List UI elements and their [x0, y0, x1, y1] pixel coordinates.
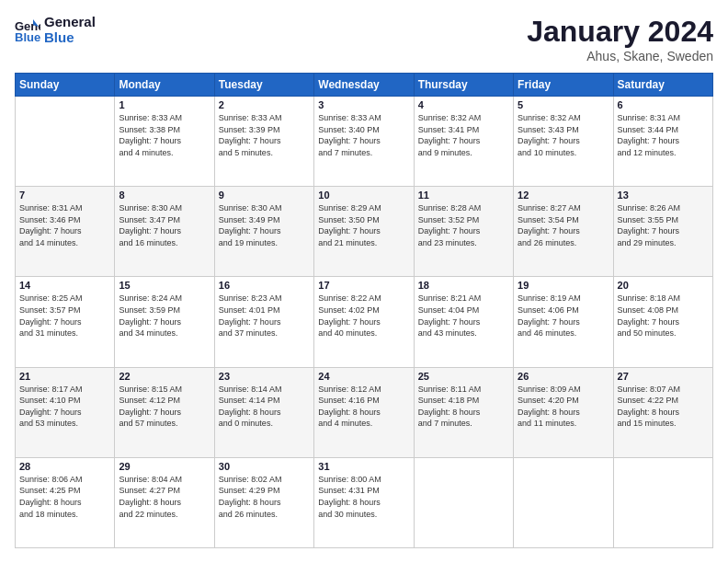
day-number: 25: [418, 371, 509, 382]
calendar-cell: [16, 97, 115, 187]
day-info: Sunrise: 8:30 AM Sunset: 3:49 PM Dayligh…: [219, 202, 310, 248]
day-number: 7: [19, 190, 110, 201]
day-info: Sunrise: 8:04 AM Sunset: 4:27 PM Dayligh…: [119, 474, 210, 520]
title-block: January 2024 Ahus, Skane, Sweden: [527, 15, 713, 63]
calendar-cell: 31Sunrise: 8:00 AM Sunset: 4:31 PM Dayli…: [314, 457, 414, 547]
calendar-cell: 4Sunrise: 8:32 AM Sunset: 3:41 PM Daylig…: [414, 97, 513, 187]
calendar-cell: 14Sunrise: 8:25 AM Sunset: 3:57 PM Dayli…: [16, 277, 115, 367]
day-number: 6: [618, 99, 709, 110]
week-row-1: 1Sunrise: 8:33 AM Sunset: 3:38 PM Daylig…: [16, 97, 713, 187]
day-info: Sunrise: 8:00 AM Sunset: 4:31 PM Dayligh…: [318, 474, 409, 520]
calendar-cell: 20Sunrise: 8:18 AM Sunset: 4:08 PM Dayli…: [613, 277, 712, 367]
day-info: Sunrise: 8:09 AM Sunset: 4:20 PM Dayligh…: [518, 384, 609, 430]
week-row-2: 7Sunrise: 8:31 AM Sunset: 3:46 PM Daylig…: [16, 187, 713, 277]
header-thursday: Thursday: [414, 74, 513, 97]
day-info: Sunrise: 8:18 AM Sunset: 4:08 PM Dayligh…: [618, 293, 709, 339]
calendar-header-row: SundayMondayTuesdayWednesdayThursdayFrid…: [16, 74, 713, 97]
calendar-cell: [514, 457, 613, 547]
calendar-cell: 2Sunrise: 8:33 AM Sunset: 3:39 PM Daylig…: [214, 97, 313, 187]
header-sunday: Sunday: [16, 74, 115, 97]
calendar-cell: 30Sunrise: 8:02 AM Sunset: 4:29 PM Dayli…: [214, 457, 313, 547]
day-number: 30: [219, 461, 310, 472]
day-number: 15: [119, 280, 210, 291]
day-number: 22: [119, 371, 210, 382]
day-number: 21: [19, 371, 110, 382]
svg-text:Blue: Blue: [15, 30, 40, 43]
day-info: Sunrise: 8:15 AM Sunset: 4:12 PM Dayligh…: [119, 384, 210, 430]
calendar-cell: 21Sunrise: 8:17 AM Sunset: 4:10 PM Dayli…: [16, 367, 115, 457]
calendar-cell: 6Sunrise: 8:31 AM Sunset: 3:44 PM Daylig…: [613, 97, 712, 187]
day-info: Sunrise: 8:06 AM Sunset: 4:25 PM Dayligh…: [19, 474, 110, 520]
day-info: Sunrise: 8:33 AM Sunset: 3:40 PM Dayligh…: [318, 112, 409, 158]
day-info: Sunrise: 8:32 AM Sunset: 3:41 PM Dayligh…: [418, 112, 509, 158]
day-number: 13: [618, 190, 709, 201]
header-monday: Monday: [115, 74, 214, 97]
day-number: 24: [318, 371, 409, 382]
day-number: 20: [618, 280, 709, 291]
calendar-table: SundayMondayTuesdayWednesdayThursdayFrid…: [15, 73, 713, 548]
day-number: 3: [318, 99, 409, 110]
day-number: 2: [219, 99, 310, 110]
day-info: Sunrise: 8:31 AM Sunset: 3:44 PM Dayligh…: [618, 112, 709, 158]
calendar-cell: 22Sunrise: 8:15 AM Sunset: 4:12 PM Dayli…: [115, 367, 214, 457]
day-info: Sunrise: 8:07 AM Sunset: 4:22 PM Dayligh…: [618, 384, 709, 430]
logo: General Blue General Blue: [15, 15, 96, 45]
day-info: Sunrise: 8:25 AM Sunset: 3:57 PM Dayligh…: [19, 293, 110, 339]
day-info: Sunrise: 8:12 AM Sunset: 4:16 PM Dayligh…: [318, 384, 409, 430]
day-number: 26: [518, 371, 609, 382]
calendar-cell: 10Sunrise: 8:29 AM Sunset: 3:50 PM Dayli…: [314, 187, 414, 277]
day-number: 14: [19, 280, 110, 291]
header: General Blue General Blue January 2024 A…: [15, 15, 713, 63]
day-info: Sunrise: 8:28 AM Sunset: 3:52 PM Dayligh…: [418, 202, 509, 248]
calendar-cell: 17Sunrise: 8:22 AM Sunset: 4:02 PM Dayli…: [314, 277, 414, 367]
calendar-cell: 25Sunrise: 8:11 AM Sunset: 4:18 PM Dayli…: [414, 367, 513, 457]
calendar-cell: 16Sunrise: 8:23 AM Sunset: 4:01 PM Dayli…: [214, 277, 313, 367]
calendar-cell: 9Sunrise: 8:30 AM Sunset: 3:49 PM Daylig…: [214, 187, 313, 277]
calendar-cell: 12Sunrise: 8:27 AM Sunset: 3:54 PM Dayli…: [514, 187, 613, 277]
header-friday: Friday: [514, 74, 613, 97]
day-info: Sunrise: 8:22 AM Sunset: 4:02 PM Dayligh…: [318, 293, 409, 339]
day-number: 17: [318, 280, 409, 291]
calendar-cell: 28Sunrise: 8:06 AM Sunset: 4:25 PM Dayli…: [16, 457, 115, 547]
day-info: Sunrise: 8:23 AM Sunset: 4:01 PM Dayligh…: [219, 293, 310, 339]
day-number: 19: [518, 280, 609, 291]
day-number: 18: [418, 280, 509, 291]
calendar-cell: 23Sunrise: 8:14 AM Sunset: 4:14 PM Dayli…: [214, 367, 313, 457]
main-title: January 2024: [527, 15, 713, 49]
day-info: Sunrise: 8:21 AM Sunset: 4:04 PM Dayligh…: [418, 293, 509, 339]
header-saturday: Saturday: [613, 74, 712, 97]
day-number: 4: [418, 99, 509, 110]
day-info: Sunrise: 8:19 AM Sunset: 4:06 PM Dayligh…: [518, 293, 609, 339]
header-tuesday: Tuesday: [214, 74, 313, 97]
day-number: 27: [618, 371, 709, 382]
calendar-cell: 11Sunrise: 8:28 AM Sunset: 3:52 PM Dayli…: [414, 187, 513, 277]
day-number: 1: [119, 99, 210, 110]
day-info: Sunrise: 8:32 AM Sunset: 3:43 PM Dayligh…: [518, 112, 609, 158]
day-number: 11: [418, 190, 509, 201]
calendar-cell: 19Sunrise: 8:19 AM Sunset: 4:06 PM Dayli…: [514, 277, 613, 367]
day-info: Sunrise: 8:26 AM Sunset: 3:55 PM Dayligh…: [618, 202, 709, 248]
calendar-cell: 3Sunrise: 8:33 AM Sunset: 3:40 PM Daylig…: [314, 97, 414, 187]
day-number: 12: [518, 190, 609, 201]
day-number: 16: [219, 280, 310, 291]
day-info: Sunrise: 8:11 AM Sunset: 4:18 PM Dayligh…: [418, 384, 509, 430]
day-info: Sunrise: 8:31 AM Sunset: 3:46 PM Dayligh…: [19, 202, 110, 248]
week-row-4: 21Sunrise: 8:17 AM Sunset: 4:10 PM Dayli…: [16, 367, 713, 457]
day-info: Sunrise: 8:27 AM Sunset: 3:54 PM Dayligh…: [518, 202, 609, 248]
logo-icon: General Blue: [15, 17, 40, 43]
calendar-cell: 7Sunrise: 8:31 AM Sunset: 3:46 PM Daylig…: [16, 187, 115, 277]
calendar-cell: 1Sunrise: 8:33 AM Sunset: 3:38 PM Daylig…: [115, 97, 214, 187]
calendar-cell: 18Sunrise: 8:21 AM Sunset: 4:04 PM Dayli…: [414, 277, 513, 367]
day-number: 5: [518, 99, 609, 110]
calendar-cell: 24Sunrise: 8:12 AM Sunset: 4:16 PM Dayli…: [314, 367, 414, 457]
calendar-cell: 27Sunrise: 8:07 AM Sunset: 4:22 PM Dayli…: [613, 367, 712, 457]
day-number: 29: [119, 461, 210, 472]
day-info: Sunrise: 8:29 AM Sunset: 3:50 PM Dayligh…: [318, 202, 409, 248]
day-info: Sunrise: 8:33 AM Sunset: 3:39 PM Dayligh…: [219, 112, 310, 158]
day-info: Sunrise: 8:14 AM Sunset: 4:14 PM Dayligh…: [219, 384, 310, 430]
calendar-cell: 15Sunrise: 8:24 AM Sunset: 3:59 PM Dayli…: [115, 277, 214, 367]
calendar-cell: 29Sunrise: 8:04 AM Sunset: 4:27 PM Dayli…: [115, 457, 214, 547]
sub-title: Ahus, Skane, Sweden: [527, 49, 713, 63]
week-row-3: 14Sunrise: 8:25 AM Sunset: 3:57 PM Dayli…: [16, 277, 713, 367]
calendar-cell: 26Sunrise: 8:09 AM Sunset: 4:20 PM Dayli…: [514, 367, 613, 457]
